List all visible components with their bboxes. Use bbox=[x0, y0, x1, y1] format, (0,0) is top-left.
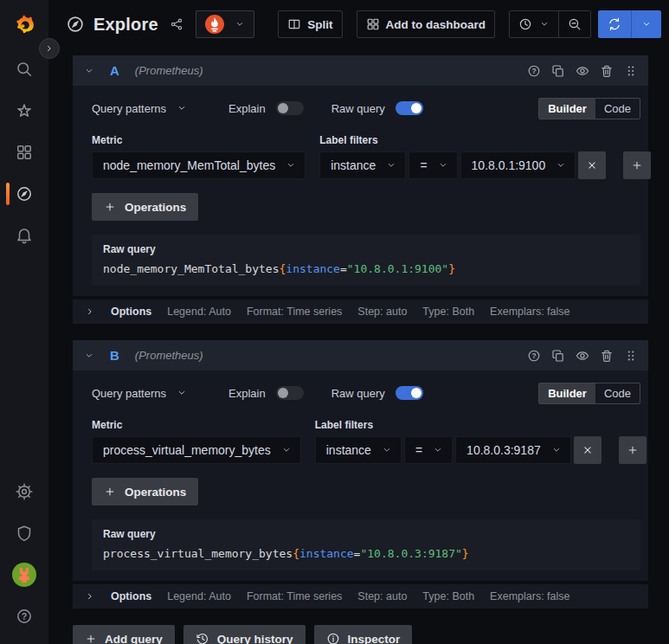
metric-select[interactable]: node_memory_MemTotal_bytes bbox=[92, 151, 306, 179]
active-nav-indicator bbox=[6, 183, 10, 205]
grafana-explore-app: Explore Split Add to dashboard bbox=[0, 0, 669, 644]
chevron-down-icon bbox=[281, 445, 292, 455]
query-row-header[interactable]: B (Prometheus) bbox=[73, 340, 648, 370]
code-mode-button[interactable]: Code bbox=[595, 383, 640, 403]
sidebar-item-dashboards[interactable] bbox=[16, 144, 33, 161]
query-row-header[interactable]: A (Prometheus) bbox=[73, 55, 648, 86]
label-value-select[interactable]: 10.8.0.1:9100 bbox=[460, 151, 576, 179]
add-filter-button[interactable] bbox=[623, 151, 651, 179]
query-history-button[interactable]: Query history bbox=[183, 625, 306, 644]
builder-mode-button[interactable]: Builder bbox=[539, 99, 595, 119]
apps-icon bbox=[366, 17, 380, 31]
sidebar-item-search[interactable] bbox=[16, 61, 33, 78]
add-operation-button[interactable]: Operations bbox=[92, 193, 198, 221]
chevron-down-icon bbox=[286, 160, 296, 171]
raw-query-label: Raw query bbox=[331, 102, 385, 115]
chevron-down-icon bbox=[556, 160, 566, 171]
query-editor-area: A (Prometheus) Query patterns Explain bbox=[73, 55, 648, 644]
zoom-out-time-button[interactable] bbox=[558, 11, 590, 37]
inspector-button[interactable]: Inspector bbox=[314, 625, 413, 644]
query-editor-body: Query patterns Explain Raw query Builder… bbox=[73, 86, 648, 296]
refresh-interval-dropdown[interactable] bbox=[631, 10, 661, 38]
sidebar-item-favorites[interactable] bbox=[16, 102, 33, 119]
sidebar-item-server-admin[interactable] bbox=[16, 525, 33, 542]
operations-label: Operations bbox=[125, 486, 186, 499]
query-help-icon[interactable] bbox=[527, 349, 541, 363]
query-options-collapsible[interactable]: Options Legend: Auto Format: Time series… bbox=[73, 584, 648, 609]
collapse-chevron-icon[interactable] bbox=[84, 351, 94, 361]
datasource-picker[interactable] bbox=[196, 10, 254, 38]
query-footer-actions: Add query Query history Inspector bbox=[73, 625, 648, 644]
query-patterns-dropdown[interactable]: Query patterns bbox=[92, 387, 187, 400]
label-name-select[interactable]: instance bbox=[319, 151, 406, 179]
sidebar-item-explore[interactable] bbox=[16, 185, 33, 203]
duplicate-query-icon[interactable] bbox=[551, 349, 565, 363]
duplicate-query-icon[interactable] bbox=[551, 64, 565, 78]
label-operator-select[interactable]: = bbox=[408, 151, 457, 179]
time-picker-button[interactable] bbox=[510, 11, 558, 37]
metric-field: Metric process_virtual_memory_bytes bbox=[92, 419, 301, 464]
columns-icon bbox=[287, 17, 301, 31]
add-filter-button[interactable] bbox=[619, 436, 646, 464]
raw-query-toggle[interactable] bbox=[396, 101, 423, 115]
delete-query-icon[interactable] bbox=[600, 349, 614, 363]
promql-label: instance bbox=[286, 262, 340, 275]
query-editor-toolbar: Query patterns Explain Raw query Builder… bbox=[92, 379, 640, 407]
explain-toggle[interactable] bbox=[276, 101, 304, 115]
promql-string: "10.8.0.1:9100" bbox=[347, 262, 448, 275]
time-picker-group bbox=[509, 10, 591, 38]
operations-label: Operations bbox=[125, 201, 186, 214]
option-format: Format: Time series bbox=[247, 590, 342, 602]
raw-query-label: Raw query bbox=[331, 387, 385, 400]
add-to-dashboard-button[interactable]: Add to dashboard bbox=[357, 10, 496, 38]
raw-query-toggle[interactable] bbox=[396, 386, 423, 400]
collapse-chevron-icon[interactable] bbox=[84, 66, 94, 76]
metric-select[interactable]: process_virtual_memory_bytes bbox=[92, 436, 301, 464]
label-filter-row: instance = 10.8.0.1:9100 bbox=[319, 151, 651, 179]
add-query-button[interactable]: Add query bbox=[73, 625, 175, 644]
label-name-value: instance bbox=[331, 158, 376, 172]
toggle-visibility-icon[interactable] bbox=[576, 64, 589, 78]
toggle-visibility-icon[interactable] bbox=[576, 349, 589, 363]
plus-icon bbox=[85, 633, 97, 644]
add-operation-button[interactable]: Operations bbox=[92, 478, 198, 506]
builder-mode-button[interactable]: Builder bbox=[539, 383, 595, 403]
option-format: Format: Time series bbox=[247, 306, 342, 318]
label-name-select[interactable]: instance bbox=[315, 436, 402, 464]
promql-label: instance bbox=[299, 547, 354, 560]
query-options-collapsible[interactable]: Options Legend: Auto Format: Time series… bbox=[73, 299, 648, 324]
drag-handle-icon[interactable] bbox=[624, 64, 638, 78]
share-icon[interactable] bbox=[170, 17, 183, 31]
option-exemplars: Exemplars: false bbox=[490, 306, 569, 318]
remove-filter-button[interactable] bbox=[574, 436, 601, 464]
explain-toggle[interactable] bbox=[276, 386, 304, 400]
query-patterns-dropdown[interactable]: Query patterns bbox=[92, 102, 187, 115]
user-avatar[interactable] bbox=[12, 563, 36, 587]
sidebar-item-settings[interactable] bbox=[16, 483, 33, 500]
query-help-icon[interactable] bbox=[527, 64, 541, 78]
plus-icon bbox=[627, 444, 639, 456]
raw-query-preview: Raw query process_virtual_memory_bytes{i… bbox=[92, 519, 640, 570]
remove-filter-button[interactable] bbox=[578, 151, 606, 179]
chevron-down-icon bbox=[382, 445, 392, 455]
grafana-logo-icon[interactable] bbox=[12, 11, 36, 35]
sidebar-item-alerting[interactable] bbox=[16, 227, 33, 244]
run-query-button[interactable] bbox=[598, 10, 631, 38]
code-mode-button[interactable]: Code bbox=[595, 99, 640, 119]
label-operator-value: = bbox=[420, 158, 427, 172]
plus-icon bbox=[631, 159, 643, 171]
delete-query-icon[interactable] bbox=[600, 64, 614, 78]
option-exemplars: Exemplars: false bbox=[490, 590, 569, 602]
promql-metric: process_virtual_memory_bytes bbox=[103, 547, 293, 560]
add-query-label: Add query bbox=[105, 633, 163, 644]
drag-handle-icon[interactable] bbox=[624, 349, 638, 363]
metric-value: process_virtual_memory_bytes bbox=[103, 443, 271, 457]
sidebar-item-help[interactable] bbox=[16, 608, 33, 625]
split-button[interactable]: Split bbox=[278, 10, 342, 38]
query-patterns-label: Query patterns bbox=[92, 387, 166, 400]
label-filters-field: Label filters instance = 10.8. bbox=[319, 134, 651, 179]
explain-label: Explain bbox=[228, 102, 266, 115]
label-value-select[interactable]: 10.8.0.3:9187 bbox=[455, 436, 571, 464]
sidebar-expand-button[interactable] bbox=[39, 38, 60, 59]
label-operator-select[interactable]: = bbox=[404, 436, 453, 464]
